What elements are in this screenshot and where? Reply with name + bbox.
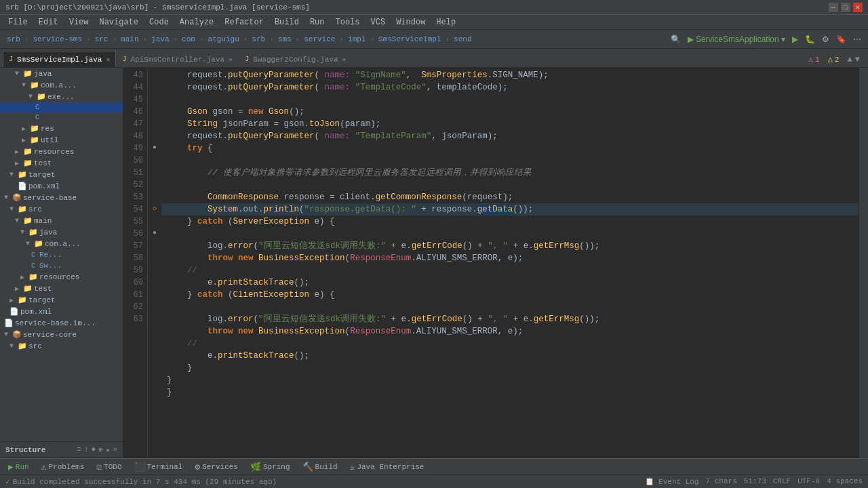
menu-window[interactable]: Window (391, 16, 431, 28)
sidebar-item-resources[interactable]: ▶ 📁 resources (0, 146, 123, 157)
sidebar-item-exe[interactable]: ▼ 📁 exe... (0, 91, 123, 102)
spring-button[interactable]: 🌿 Spring (245, 460, 296, 474)
java-enterprise-button[interactable]: ☕ Java Enterprise (344, 460, 430, 474)
nav-com[interactable]: com (179, 34, 198, 45)
todo-button[interactable]: ☑ TODO (91, 460, 127, 474)
menu-refactor[interactable]: Refactor (219, 16, 269, 28)
folder-icon: 📁 (34, 239, 43, 248)
nav-debug-button[interactable]: 🐛 (802, 33, 818, 45)
file-icon: C (35, 114, 42, 121)
tab-swagger2config[interactable]: J Swagger2Config.java ✕ (239, 51, 352, 67)
scroll-down-icon[interactable]: ▼ (855, 55, 860, 64)
problems-button[interactable]: ⚠ Problems (36, 460, 90, 474)
expand-all-icon[interactable]: ● (92, 445, 96, 454)
nav-impl[interactable]: impl (345, 34, 368, 45)
nav-settings-button[interactable]: ⚙ (819, 33, 832, 45)
nav-srb[interactable]: srb (4, 34, 23, 45)
sidebar-item-test[interactable]: ▶ 📁 test (0, 157, 123, 169)
sidebar-item-util[interactable]: ▶ 📁 util (0, 134, 123, 146)
code-editor[interactable]: request.putQueryParameter( name: "SignNa… (161, 68, 859, 458)
minimize-button[interactable]: ─ (829, 3, 838, 12)
sidebar-item-coma[interactable]: ▼ 📁 com.a... (0, 79, 123, 91)
nav-src[interactable]: src (92, 34, 111, 45)
nav-sms[interactable]: sms (275, 34, 294, 45)
sidebar-item-resources2[interactable]: ▶ 📁 resources (0, 271, 123, 283)
sidebar-item-service-base[interactable]: ▼ 📦 service-base (0, 192, 123, 203)
menu-edit[interactable]: Edit (33, 16, 64, 28)
sidebar-item-java[interactable]: ▼ 📁 java (0, 68, 123, 79)
sidebar-item-java2[interactable]: ▼ 📁 java (0, 226, 123, 238)
run-button[interactable]: ▶ Run (3, 460, 35, 474)
close-button[interactable]: ✕ (853, 3, 863, 12)
main-area: ▼ 📁 java ▼ 📁 com.a... ▼ 📁 exe... C C (0, 68, 868, 458)
sidebar-item-src3[interactable]: ▼ 📁 src (0, 340, 123, 352)
nav-method[interactable]: send (451, 34, 474, 45)
line-separator[interactable]: CRLF (773, 477, 791, 486)
encoding-label[interactable]: UTF-8 (797, 477, 820, 486)
nav-srb2[interactable]: srb (249, 34, 268, 45)
nav-class[interactable]: SmsServiceImpl (376, 34, 443, 45)
menu-navigate[interactable]: Navigate (94, 16, 144, 28)
star-icon[interactable]: ★ (106, 445, 111, 454)
sidebar-item-main[interactable]: ▼ 📁 main (0, 215, 123, 226)
sidebar-item-src2[interactable]: ▼ 📁 src (0, 203, 123, 215)
nav-java[interactable]: java (149, 34, 172, 45)
indent-label[interactable]: 4 spaces (827, 477, 863, 486)
more-icon[interactable]: » (113, 445, 117, 454)
menu-tools[interactable]: Tools (330, 16, 366, 28)
sidebar-item-coma2[interactable]: ▼ 📁 com.a... (0, 238, 123, 249)
build-button[interactable]: 🔨 Build (297, 460, 343, 474)
sidebar-item-pom2[interactable]: 📄 pom.xml (0, 306, 123, 317)
tab-close-icon3[interactable]: ✕ (342, 56, 347, 64)
expand-icon: ▶ (9, 296, 16, 304)
tab-label: SmsServiceImpl.java (17, 56, 102, 64)
sidebar-item-service-core[interactable]: ▼ 📦 service-core (0, 329, 123, 340)
folder-icon: 📁 (23, 284, 33, 293)
warning-count[interactable]: △ 2 (825, 54, 842, 65)
nav-more-button[interactable]: ⋯ (850, 33, 864, 45)
scroll-up-icon[interactable]: ▲ (848, 55, 852, 64)
sidebar-item-Sw[interactable]: C Sw... (0, 260, 123, 271)
menu-run[interactable]: Run (304, 16, 330, 28)
tabs-bar: J SmsServiceImpl.java ✕ J ApiSmsControll… (0, 49, 868, 68)
sidebar-item-test2[interactable]: ▶ 📁 test (0, 283, 123, 294)
tab-close-icon2[interactable]: ✕ (229, 56, 233, 64)
terminal-button[interactable]: ⬛ Terminal (129, 460, 189, 474)
error-count[interactable]: ⚠ 1 (806, 54, 823, 65)
sidebar-item-res[interactable]: ▶ 📁 res (0, 123, 123, 134)
nav-bookmark-button[interactable]: 🔖 (833, 33, 849, 45)
menu-code[interactable]: Code (144, 16, 174, 28)
nav-run-button[interactable]: ▶ (789, 33, 801, 45)
nav-search-button[interactable]: 🔍 (668, 33, 684, 45)
menu-view[interactable]: View (64, 16, 94, 28)
pin-icon[interactable]: ⊕ (98, 445, 103, 454)
tab-close-icon[interactable]: ✕ (106, 56, 110, 64)
menu-build[interactable]: Build (269, 16, 304, 28)
menu-help[interactable]: Help (431, 16, 461, 28)
sidebar-item-target[interactable]: ▼ 📁 target (0, 169, 123, 180)
event-log-icon[interactable]: 📋 Event Log (645, 477, 699, 486)
right-panel (859, 68, 868, 458)
nav-service-sms[interactable]: service-sms (30, 34, 85, 45)
cursor-position[interactable]: 51:73 (744, 477, 766, 486)
sidebar-item-c1[interactable]: C (0, 102, 123, 113)
code-line-57-blank (161, 301, 859, 313)
services-button[interactable]: ⚙ Services (189, 460, 243, 474)
sidebar-item-base-im[interactable]: 📄 service-base.im... (0, 317, 123, 329)
menu-file[interactable]: File (3, 16, 33, 28)
maximize-button[interactable]: □ (841, 3, 850, 12)
menu-analyze[interactable]: Analyze (174, 16, 219, 28)
sidebar-item-Re[interactable]: C Re... (0, 249, 123, 260)
menu-vcs[interactable]: VCS (366, 16, 391, 28)
sidebar-item-c2[interactable]: C (0, 113, 123, 123)
sidebar-item-target2[interactable]: ▶ 📁 target (0, 294, 123, 306)
tab-apismscontroller[interactable]: J ApiSmsController.java ✕ (116, 51, 239, 67)
run-config-button[interactable]: ▶ ServiceSmsApplication ▾ (685, 33, 788, 45)
sort-icon[interactable]: ↕ (84, 445, 89, 454)
sidebar-item-pom[interactable]: 📄 pom.xml (0, 180, 123, 192)
nav-service[interactable]: service (301, 34, 338, 45)
sort-alpha-icon[interactable]: ≡ (77, 445, 81, 454)
tab-smsserviceimpl[interactable]: J SmsServiceImpl.java ✕ (3, 51, 116, 67)
nav-main[interactable]: main (118, 34, 141, 45)
nav-atguigu[interactable]: atguigu (205, 34, 242, 45)
